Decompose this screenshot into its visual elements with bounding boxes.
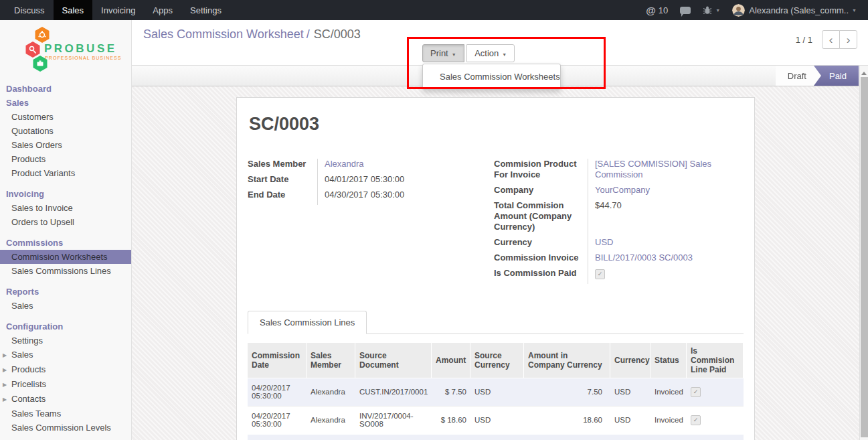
pager-next-button[interactable]: › [839, 30, 857, 49]
sidebar-item[interactable]: Commission Worksheets [0, 250, 131, 264]
checkbox-checked-icon[interactable] [691, 387, 701, 397]
field-value[interactable]: YourCompany [588, 185, 744, 200]
scrollbar[interactable] [859, 66, 868, 440]
table-row[interactable]: 04/20/2017 05:30:00 Alexandra CUST.IN/20… [248, 378, 744, 406]
print-dropdown-item[interactable]: Sales Commission Worksheets [423, 68, 560, 86]
cell-currency: USD [610, 378, 650, 406]
breadcrumb-parent-link[interactable]: Sales Commission Worksheet [143, 27, 304, 41]
cell-source-document: INV/2017/0004-SO008 [355, 407, 432, 434]
app-menu-item[interactable]: Invoicing [92, 0, 144, 20]
cell-source-currency: USD [470, 378, 524, 406]
sidebar-item[interactable]: ▶Products [0, 362, 131, 377]
user-name: Alexandra (Sales_comm.. [749, 5, 849, 15]
user-menu-button[interactable]: Alexandra (Sales_comm.. ▼ [726, 0, 863, 20]
column-header[interactable]: Sales Member [307, 343, 355, 378]
action-button[interactable]: Action▼ [466, 44, 515, 62]
sidebar-item[interactable]: Settings [0, 334, 131, 348]
table-row[interactable]: 04/20/2017 05:30:00 Alexandra INV/2017/0… [248, 406, 744, 434]
app-menu: Discuss Sales Invoicing Apps Settings [0, 0, 230, 20]
cell-source-document: CUST.IN/2017/0001 [355, 378, 432, 406]
cell-amount-company: 18.60 [524, 407, 610, 434]
cell-amount-company: 18.60 [524, 435, 610, 440]
brand-text: PROBUSE [44, 42, 117, 55]
field-value[interactable]: $44.70 [588, 200, 744, 237]
column-header[interactable]: Source Document [355, 343, 432, 378]
sidebar-item[interactable]: Sales [0, 96, 131, 110]
sidebar-menu: Dashboard Sales Customers Quotations Sal… [0, 82, 131, 435]
sidebar-item[interactable]: Commissions [0, 236, 131, 250]
sidebar-item[interactable]: Dashboard [0, 82, 131, 96]
sidebar-item[interactable]: Quotations [0, 124, 131, 138]
sidebar-item[interactable]: ▶Contacts [0, 392, 131, 407]
sidebar-item[interactable]: Orders to Upsell [0, 215, 131, 229]
cell-amount: $ 7.50 [432, 378, 470, 406]
cell-source-currency: USD [470, 435, 524, 440]
expand-arrow-icon: ▶ [3, 365, 11, 375]
field-value[interactable]: 04/30/2017 05:30:00 [317, 190, 448, 205]
column-header[interactable]: Amount [432, 343, 470, 378]
table-header-row: Commission Date Sales Member Source Docu… [248, 343, 744, 378]
column-header[interactable]: Amount in Company Currency [524, 343, 610, 378]
column-header[interactable]: Status [650, 343, 687, 378]
caret-down-icon: ▼ [452, 52, 456, 57]
messages-button[interactable] [674, 0, 697, 20]
cell-source-currency: USD [470, 407, 524, 434]
sidebar-item[interactable]: Sales to Invoice [0, 201, 131, 215]
scrollbar-up-arrow-icon[interactable] [861, 69, 867, 75]
sidebar-item[interactable]: Invoicing [0, 187, 131, 201]
table-body: 04/20/2017 05:30:00 Alexandra CUST.IN/20… [248, 378, 744, 440]
app-menu-item[interactable]: Sales [54, 0, 93, 20]
print-button[interactable]: Print▼ [422, 44, 464, 62]
app-menu-item[interactable]: Settings [181, 0, 230, 20]
field-value[interactable]: 04/01/2017 05:30:00 [317, 174, 448, 190]
field-value[interactable] [588, 268, 744, 284]
content-area: SC/0003 Sales Member Alexandra Start Dat… [132, 86, 859, 440]
screen: Discuss Sales Invoicing Apps Settings @ … [0, 0, 868, 440]
column-header[interactable]: Commission Date [248, 343, 307, 378]
sidebar-item[interactable]: Configuration [0, 319, 131, 334]
cell-currency: USD [610, 435, 650, 440]
status-step[interactable]: Draft [776, 66, 821, 86]
table-row[interactable]: 04/20/2017 10:35:53 Alexandra SO008 $ 18… [248, 434, 744, 440]
scrollbar-thumb[interactable] [861, 77, 868, 437]
pager-previous-button[interactable]: ‹ [822, 30, 840, 49]
field-value[interactable]: USD [588, 237, 744, 252]
sidebar-item[interactable]: Sales Orders [0, 138, 131, 152]
app-menu-item[interactable]: Discuss [5, 0, 54, 20]
pager-value: 1 / 1 [796, 35, 812, 45]
column-header[interactable]: Is Commision Line Paid [687, 343, 744, 378]
app-menu-item[interactable]: Apps [144, 0, 181, 20]
sidebar-item-label: Commission Worksheets [11, 252, 108, 262]
field-group: Sales Member Alexandra Start Date 04/01/… [248, 159, 744, 284]
sidebar-item[interactable]: ▶Sales [0, 348, 131, 362]
sidebar-item-label: Contacts [11, 394, 46, 404]
mentions-button[interactable]: @ 10 [640, 0, 674, 20]
field-value[interactable]: [SALES COMMISSION] Sales Commission [588, 159, 744, 185]
sidebar-item[interactable]: Sales [0, 299, 131, 313]
column-header[interactable]: Source Currency [470, 343, 524, 378]
sidebar-item[interactable]: ▶Pricelists [0, 377, 131, 392]
sidebar-item[interactable]: Sales Teams [0, 407, 131, 421]
mention-count: 10 [659, 5, 668, 15]
sidebar-item[interactable]: Customers [0, 110, 131, 124]
tab-sales-commission-lines[interactable]: Sales Commission Lines [248, 311, 367, 334]
print-dropdown-menu: Sales Commission Worksheets [422, 64, 561, 90]
sidebar-item[interactable]: Sales Commissions Lines [0, 264, 131, 278]
column-header[interactable]: Currency [610, 343, 650, 378]
field-label: Start Date [248, 174, 317, 190]
checkbox-checked-icon[interactable] [595, 269, 605, 279]
field-value[interactable]: BILL/2017/0003 SC/0003 [588, 252, 744, 268]
sidebar-item[interactable]: Sales Commission Levels [0, 421, 131, 435]
checkbox-checked-icon[interactable] [691, 415, 701, 425]
field-value[interactable]: Alexandra [317, 159, 448, 174]
sidebar-item-label: Configuration [6, 321, 63, 332]
caret-down-icon: ▼ [852, 8, 857, 13]
cell-sales-member: Alexandra [307, 407, 355, 434]
sidebar-item[interactable]: Reports [0, 285, 131, 299]
sidebar-item-label: Sales Orders [11, 140, 62, 150]
sidebar-item[interactable]: Products [0, 152, 131, 166]
brand-logo[interactable]: PROBUSE PROFESSIONAL BUSINESS [0, 20, 131, 78]
debug-menu-button[interactable]: ▼ [697, 0, 726, 20]
sidebar-item[interactable]: Product Variants [0, 166, 131, 180]
sidebar-item-label: Invoicing [6, 189, 44, 199]
